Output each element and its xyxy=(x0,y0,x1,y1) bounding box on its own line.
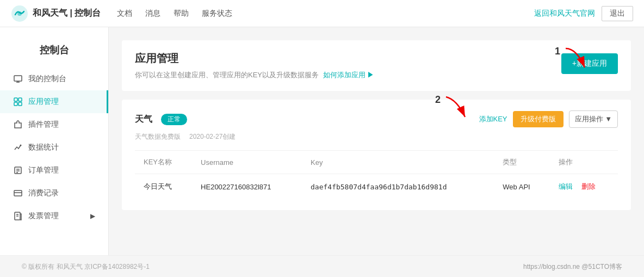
footer-blog-link: https://blog.csdn.ne @51CTO博客 xyxy=(523,262,622,272)
sidebar: 控制台 我的控制台 应用管理 xyxy=(0,27,109,255)
sidebar-item-stats[interactable]: 数据统计 xyxy=(0,136,108,159)
sidebar-item-invoice[interactable]: 发票管理 ▶ xyxy=(0,205,108,227)
page-title: 应用管理 xyxy=(135,51,374,66)
logo-icon xyxy=(11,5,28,22)
app-card-actions: 添加KEY 升级付费版 应用操作 ▼ xyxy=(479,110,618,128)
app-plan: 天气数据免费版 xyxy=(135,132,181,141)
main-content: 应用管理 你可以在这里创建应用、管理应用的KEY以及升级数据服务 如何添加应用 … xyxy=(109,27,644,255)
delete-button[interactable]: 删除 xyxy=(581,182,596,190)
new-app-button[interactable]: +新建应用 xyxy=(561,53,618,74)
sidebar-item-dashboard[interactable]: 我的控制台 xyxy=(0,67,108,90)
sidebar-item-label: 插件管理 xyxy=(28,120,59,130)
sidebar-item-label: 应用管理 xyxy=(28,97,59,107)
svg-rect-5 xyxy=(14,98,17,101)
page-header-text: 应用管理 你可以在这里创建应用、管理应用的KEY以及升级数据服务 如何添加应用 … xyxy=(135,51,374,80)
nav-help[interactable]: 帮助 xyxy=(174,9,189,19)
sidebar-item-label: 订单管理 xyxy=(28,165,59,175)
col-type: 类型 xyxy=(494,151,550,174)
key-table: KEY名称 Username Key 类型 操作 今日天气 HE20022716… xyxy=(135,151,618,199)
chevron-right-icon: ▶ xyxy=(90,212,95,220)
cell-key-name: 今日天气 xyxy=(135,174,192,200)
svg-rect-14 xyxy=(14,190,22,196)
nav-messages[interactable]: 消息 xyxy=(145,9,160,19)
invoice-icon xyxy=(13,211,23,221)
app-card-header: 天气 正常 添加KEY 升级付费版 应用操作 ▼ xyxy=(135,110,618,128)
svg-point-1 xyxy=(17,11,22,16)
order-icon xyxy=(13,165,23,175)
add-key-link[interactable]: 添加KEY xyxy=(479,114,507,124)
sidebar-item-app-management[interactable]: 应用管理 xyxy=(0,90,108,113)
header: 和风天气 | 控制台 文档 消息 帮助 服务状态 返回和风天气官网 退出 xyxy=(0,0,644,27)
stats-icon xyxy=(13,143,23,152)
table-row: 今日天气 HE200227160832l871 daef4fb5807d4faa… xyxy=(135,174,618,200)
svg-point-9 xyxy=(20,145,22,146)
sidebar-title: 控制台 xyxy=(0,38,108,67)
cell-actions: 编辑 删除 xyxy=(550,174,618,200)
logo: 和风天气 | 控制台 xyxy=(11,5,101,22)
svg-rect-6 xyxy=(18,98,22,101)
page-header: 应用管理 你可以在这里创建应用、管理应用的KEY以及升级数据服务 如何添加应用 … xyxy=(122,40,631,91)
annotation-label-2: 2 xyxy=(435,94,441,106)
table-header-row: KEY名称 Username Key 类型 操作 xyxy=(135,151,618,174)
sidebar-item-consume[interactable]: 消费记录 xyxy=(0,182,108,205)
svg-rect-8 xyxy=(18,102,22,106)
edit-button[interactable]: 编辑 xyxy=(559,182,573,190)
app-card: 2 天气 正常 添加KEY 升级付费版 应用操作 ▼ 天气数据免费版 2020-… xyxy=(122,100,631,210)
status-badge: 正常 xyxy=(161,114,187,125)
brand-text: 和风天气 | 控制台 xyxy=(33,8,101,19)
consume-icon xyxy=(13,188,23,198)
upgrade-button[interactable]: 升级付费版 xyxy=(513,111,564,127)
sidebar-item-label: 发票管理 xyxy=(28,211,59,221)
footer: © 版权所有 和风天气 京ICP备14028982号-1 https://blo… xyxy=(0,255,644,277)
sidebar-item-label: 消费记录 xyxy=(28,188,59,198)
page-desc: 你可以在这里创建应用、管理应用的KEY以及升级数据服务 如何添加应用 ▶ xyxy=(135,70,374,80)
sidebar-item-plugin[interactable]: 插件管理 xyxy=(0,113,108,136)
layout: 控制台 我的控制台 应用管理 xyxy=(0,27,644,255)
cell-type: Web API xyxy=(494,174,550,200)
return-official-link[interactable]: 返回和风天气官网 xyxy=(534,9,595,19)
cell-username: HE200227160832l871 xyxy=(192,174,302,200)
app-icon xyxy=(13,97,23,107)
content-wrapper: 应用管理 你可以在这里创建应用、管理应用的KEY以及升级数据服务 如何添加应用 … xyxy=(122,40,631,210)
footer-copyright: © 版权所有 和风天气 京ICP备14028982号-1 xyxy=(22,262,150,272)
logout-button[interactable]: 退出 xyxy=(602,6,633,21)
sidebar-item-label: 数据统计 xyxy=(28,143,59,152)
svg-rect-2 xyxy=(14,76,22,81)
monitor-icon xyxy=(13,74,23,84)
nav-docs[interactable]: 文档 xyxy=(117,9,132,19)
cell-key-value: daef4fb5807d4faa96d1b7dab16d981d xyxy=(302,174,494,200)
col-key: Key xyxy=(302,151,494,174)
nav-status[interactable]: 服务状态 xyxy=(202,9,232,19)
operate-button[interactable]: 应用操作 ▼ xyxy=(569,110,618,128)
header-right: 返回和风天气官网 退出 xyxy=(534,6,633,21)
app-name: 天气 xyxy=(135,114,152,125)
col-username: Username xyxy=(192,151,302,174)
col-key-name: KEY名称 xyxy=(135,151,192,174)
col-action: 操作 xyxy=(550,151,618,174)
sidebar-item-label: 我的控制台 xyxy=(28,74,66,84)
app-card-meta: 天气数据免费版 2020-02-27创建 xyxy=(135,132,618,141)
svg-rect-7 xyxy=(14,102,17,106)
how-to-link[interactable]: 如何添加应用 ▶ xyxy=(323,71,375,79)
app-created: 2020-02-27创建 xyxy=(189,132,236,141)
plugin-icon xyxy=(13,120,23,130)
sidebar-item-orders[interactable]: 订单管理 xyxy=(0,159,108,182)
main-nav: 文档 消息 帮助 服务状态 xyxy=(117,9,534,19)
